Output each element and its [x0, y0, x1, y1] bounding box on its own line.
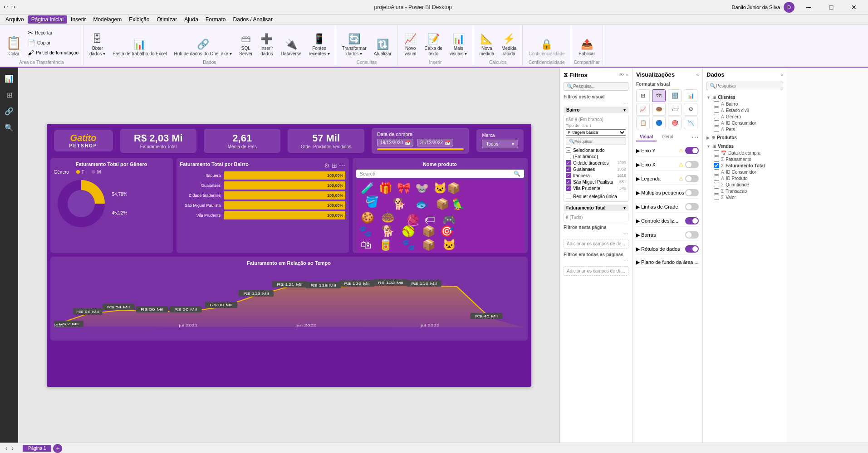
filter-visibility-icon[interactable]: 👁: [619, 72, 624, 78]
menu-dados-analisar[interactable]: Dados / Analisar: [230, 15, 276, 24]
sao-miguel-checkbox[interactable]: ✓: [566, 179, 571, 185]
barras-toggle[interactable]: [685, 231, 699, 239]
filter-expand-icon[interactable]: »: [626, 72, 628, 78]
page-next-arrow[interactable]: ›: [10, 445, 15, 452]
filter-bairro-search[interactable]: 🔍: [566, 137, 626, 145]
ribbon-textbox-btn[interactable]: 📝 Caixa detexto: [422, 26, 446, 59]
viz-icon-scatter[interactable]: 🔵: [652, 117, 666, 129]
tree-group-produtos-header[interactable]: ▶ ⊞ Produtos: [706, 134, 783, 141]
ribbon-confidentiality-btn[interactable]: 🔒 Confidencialidade: [525, 26, 568, 59]
filters-page-more-icon[interactable]: ⋯: [623, 231, 628, 237]
data-search[interactable]: 🔍: [706, 82, 783, 90]
genero-checkbox[interactable]: [714, 114, 719, 119]
multiplos-toggle[interactable]: [685, 189, 699, 196]
menu-ajuda[interactable]: Ajuda: [181, 15, 202, 24]
sidebar-report-icon[interactable]: 📊: [2, 71, 16, 86]
viz-icon-funnel[interactable]: 🗃: [668, 103, 682, 116]
quantidade-checkbox[interactable]: [714, 182, 719, 187]
maximize-button[interactable]: □: [821, 0, 842, 15]
em-branco-checkbox[interactable]: [566, 154, 571, 159]
viz-icon-kpi[interactable]: 🎯: [668, 117, 682, 129]
viz-more-options[interactable]: ⋯: [691, 133, 699, 141]
viz-icon-table[interactable]: ⊞: [636, 89, 650, 102]
filters-more-icon[interactable]: ⋯: [623, 101, 628, 107]
menu-pagina-inicial[interactable]: Página Inicial: [28, 15, 67, 24]
ribbon-quick-measure-btn[interactable]: ⚡ Medidarápida: [498, 26, 520, 59]
legenda-toggle[interactable]: [685, 175, 699, 182]
viz-icon-area[interactable]: 📉: [684, 117, 697, 129]
product-search-bar[interactable]: 🔍: [356, 170, 524, 178]
pets-checkbox[interactable]: [714, 127, 719, 132]
ribbon-dataverse-btn[interactable]: 🔌 Dataverse: [278, 26, 305, 59]
brand-select[interactable]: Todos ▾: [482, 140, 518, 148]
viz-section-legenda-header[interactable]: ▶ Legenda ⚠: [636, 173, 699, 185]
data-compra-checkbox[interactable]: [714, 150, 719, 156]
filter-bairro-expand[interactable]: ▾: [623, 107, 626, 112]
viz-section-multiplos-header[interactable]: ▶ Múltiplos pequenos: [636, 187, 699, 199]
viz-section-eixo-x-header[interactable]: ▶ Eixo X ⚠: [636, 159, 699, 170]
menu-inserir[interactable]: Inserir: [67, 15, 89, 24]
date-from-input[interactable]: 19/12/2020 📅: [377, 139, 413, 146]
date-slider[interactable]: [377, 148, 464, 150]
viz-icon-donut[interactable]: 🍩: [652, 103, 666, 116]
filter-search-input[interactable]: [573, 84, 631, 89]
app-undo[interactable]: ↩: [4, 4, 8, 10]
eixo-y-toggle[interactable]: [685, 147, 699, 154]
add-page-button[interactable]: +: [53, 444, 62, 453]
transacao-checkbox[interactable]: [714, 188, 719, 194]
page-tab-1[interactable]: Página 1: [23, 445, 51, 452]
product-search-input[interactable]: [360, 171, 514, 176]
ribbon-transform-btn[interactable]: 🔄 Transformardados ▾: [339, 26, 370, 59]
filters-all-more-icon[interactable]: ⋯: [623, 258, 628, 264]
menu-formato[interactable]: Formato: [202, 15, 230, 24]
unique-selection-checkbox[interactable]: [566, 194, 571, 199]
viz-icon-line[interactable]: 📈: [636, 103, 650, 116]
viz-expand-icon[interactable]: »: [696, 72, 699, 78]
viz-section-barras-header[interactable]: ▶ Barras: [636, 229, 699, 241]
rotulos-toggle[interactable]: [685, 245, 699, 253]
linhas-toggle[interactable]: [685, 203, 699, 210]
ribbon-new-measure-btn[interactable]: 📐 Novamedida: [476, 26, 497, 59]
ribbon-refresh-btn[interactable]: 🔃 Atualizar: [371, 26, 395, 59]
filter-type-select[interactable]: Filtragem básica: [566, 129, 626, 136]
sidebar-dax-icon[interactable]: 🔍: [2, 120, 16, 135]
guaianaes-checkbox[interactable]: ✓: [566, 166, 571, 172]
ribbon-sql-btn[interactable]: 🗃 SQLServer: [236, 26, 256, 59]
ribbon-cut-btn[interactable]: ✂ Recortar: [26, 28, 80, 37]
viz-icon-map[interactable]: 🗺: [652, 89, 666, 102]
viz-icon-card[interactable]: 🔢: [668, 89, 682, 102]
itaquera-checkbox[interactable]: ✓: [566, 173, 571, 178]
page-prev-arrow[interactable]: ‹: [4, 445, 9, 452]
ribbon-sources-btn[interactable]: 📱 Fontesrecentes ▾: [305, 26, 333, 59]
select-all-checkbox[interactable]: –: [566, 147, 571, 153]
bar-chart-expand-icon[interactable]: ⊞: [332, 162, 337, 169]
id-consumidor-v-checkbox[interactable]: [714, 169, 719, 175]
viz-icon-bar[interactable]: 📊: [684, 89, 697, 102]
ribbon-hub-btn[interactable]: 🔗 Hub de dados do OneLake ▾: [171, 26, 235, 59]
menu-modelagem[interactable]: Modelagem: [89, 15, 125, 24]
bar-chart-filter-icon[interactable]: ⚙: [324, 162, 330, 169]
ribbon-paste-btn[interactable]: 📋 Colar: [3, 26, 25, 59]
menu-arquivo[interactable]: Arquivo: [2, 15, 28, 24]
viz-icon-gauge[interactable]: ⚙: [684, 103, 697, 116]
menu-otimizar[interactable]: Otimizar: [153, 15, 181, 24]
viz-icon-matrix[interactable]: 📋: [636, 117, 650, 129]
bar-chart-more-icon[interactable]: ⋯: [339, 162, 345, 169]
ribbon-insert-data-btn[interactable]: ➕ Inserirdados: [257, 26, 277, 59]
faturamento-total-checkbox[interactable]: [714, 163, 719, 168]
ribbon-new-visual-btn[interactable]: 📈 Novovisual: [401, 26, 421, 59]
tree-group-vendas-header[interactable]: ▼ ⊞ Vendas: [706, 143, 783, 150]
viz-tab-geral[interactable]: Geral: [658, 133, 677, 141]
cidade-tiradentes-checkbox[interactable]: ✓: [566, 160, 571, 166]
ribbon-format-painter-btn[interactable]: 🖌 Pincel de formatação: [26, 48, 80, 57]
id-consumidor-c-checkbox[interactable]: [714, 120, 719, 126]
estado-civil-checkbox[interactable]: [714, 107, 719, 113]
ribbon-get-data-btn[interactable]: 🗄 Obterdados ▾: [86, 26, 108, 59]
add-all-fields-btn[interactable]: Adicionar os campos de da...: [564, 266, 628, 276]
viz-section-rotulos-header[interactable]: ▶ Rótulos de dados: [636, 244, 699, 255]
filter-bairro-search-input[interactable]: [574, 139, 625, 144]
viz-section-plano-header[interactable]: ▶ Plano de fundo da área ...: [636, 258, 699, 268]
controle-toggle[interactable]: [685, 217, 699, 224]
menu-exibicao[interactable]: Exibição: [125, 15, 153, 24]
vila-prudente-checkbox[interactable]: ✓: [566, 185, 571, 191]
